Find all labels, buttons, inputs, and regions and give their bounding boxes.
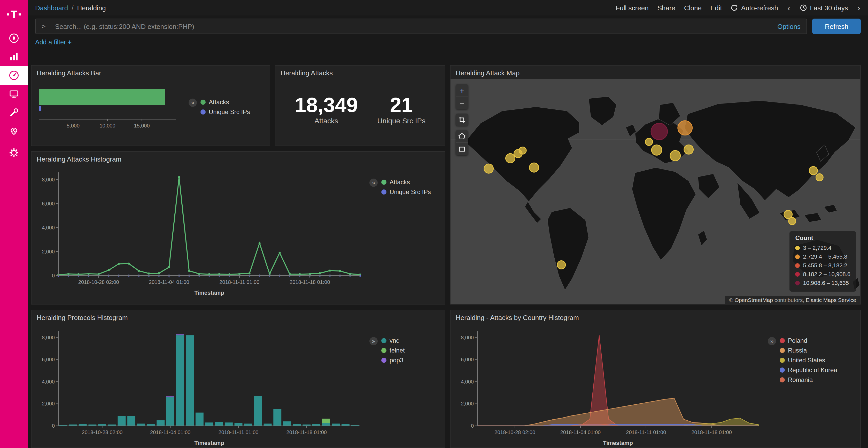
panel-title: Heralding Attacks: [275, 66, 445, 78]
panel-protocols-histogram: Heralding Protocols Histogram 02,0004,00…: [31, 310, 445, 448]
legend-item[interactable]: Attacks: [381, 179, 431, 186]
legend-item[interactable]: Unique Src IPs: [381, 188, 431, 196]
legend-item[interactable]: vnc: [381, 337, 405, 344]
map-legend-item[interactable]: 10,908.6 – 13,635: [796, 279, 851, 287]
attack-marker[interactable]: [645, 138, 653, 145]
legend-toggle-icon[interactable]: [369, 337, 378, 345]
elastic-maps-service-link[interactable]: Elastic Maps Service: [806, 297, 856, 303]
map-legend-item[interactable]: 8,182.2 – 10,908.6: [796, 270, 851, 279]
country-histogram-chart[interactable]: 02,0004,0006,0008,0002018-10-28 02:00201…: [454, 326, 764, 447]
options-link[interactable]: Options: [777, 23, 801, 30]
attack-marker[interactable]: [670, 150, 680, 161]
map-legend-title: Count: [796, 234, 851, 242]
svg-text:0: 0: [52, 273, 55, 278]
attack-marker[interactable]: [816, 174, 823, 181]
legend-item[interactable]: Romania: [780, 376, 837, 383]
legend-item[interactable]: Attacks: [200, 99, 250, 106]
attack-marker[interactable]: [505, 153, 515, 163]
map-legend-item[interactable]: 2,729.4 – 5,455.8: [796, 252, 851, 261]
attack-marker[interactable]: [557, 261, 565, 269]
legend-toggle-icon[interactable]: [768, 337, 776, 345]
breadcrumb-separator: /: [71, 4, 73, 12]
edit-button[interactable]: Edit: [710, 4, 722, 12]
attack-marker[interactable]: [651, 123, 668, 140]
sidebar-item-management[interactable]: [0, 143, 28, 162]
zoom-in-button[interactable]: +: [456, 84, 468, 97]
attack-marker[interactable]: [529, 163, 538, 172]
panel-attacks-metric: Heralding Attacks 18,349 Attacks 21 Uniq…: [275, 65, 445, 146]
map-legend-item[interactable]: 5,455.8 – 8,182.2: [796, 261, 851, 270]
panel-title: Heralding Attacks Bar: [32, 66, 270, 78]
clone-button[interactable]: Clone: [684, 4, 702, 12]
add-filter-link[interactable]: Add a filter +: [35, 39, 71, 46]
svg-text:2018-11-11 01:00: 2018-11-11 01:00: [219, 279, 259, 285]
sidebar-item-visualize[interactable]: [0, 47, 28, 66]
breadcrumb-dashboard-link[interactable]: Dashboard: [35, 4, 68, 12]
legend-item[interactable]: pop3: [381, 357, 405, 364]
legend-toggle-icon[interactable]: [189, 99, 197, 107]
telekom-logo[interactable]: T: [0, 0, 28, 29]
protocols-histogram-chart[interactable]: 02,0004,0006,0008,0002018-10-28 02:00201…: [35, 326, 365, 447]
gear-icon: [8, 147, 20, 159]
sidebar-item-discover[interactable]: [0, 29, 28, 47]
legend-item[interactable]: telnet: [381, 347, 405, 354]
sidebar-item-dev-tools[interactable]: [0, 103, 28, 122]
legend-item[interactable]: Russia: [780, 347, 837, 354]
time-forward-button[interactable]: ›: [857, 3, 861, 12]
metric-value: 21: [377, 94, 426, 115]
legend-toggle-icon[interactable]: [369, 179, 378, 187]
logo-dot: [7, 13, 9, 15]
legend-item[interactable]: Poland: [780, 337, 837, 344]
legend-color-dot: [381, 338, 386, 343]
sidebar: T: [0, 0, 28, 448]
legend-color-dot: [200, 109, 206, 114]
protocols-histogram-legend: vnctelnetpop3: [365, 323, 408, 447]
panel-title: Heralding Attack Map: [451, 66, 860, 78]
search-input[interactable]: [54, 22, 773, 31]
legend-item[interactable]: Unique Src IPs: [200, 108, 250, 115]
attack-marker[interactable]: [484, 164, 493, 173]
time-range-button[interactable]: Last 30 days: [800, 4, 848, 12]
share-button[interactable]: Share: [657, 4, 675, 12]
attack-marker[interactable]: [652, 145, 662, 155]
legend-item[interactable]: United States: [780, 357, 837, 364]
refresh-button[interactable]: Refresh: [812, 19, 861, 34]
legend-item[interactable]: Republic of Korea: [780, 367, 837, 374]
svg-text:2018-11-04 01:00: 2018-11-04 01:00: [149, 279, 189, 285]
attack-marker[interactable]: [789, 217, 796, 225]
legend-color-dot: [381, 180, 386, 185]
full-screen-button[interactable]: Full screen: [616, 4, 648, 12]
map-legend-item[interactable]: 3 – 2,729.4: [796, 244, 851, 252]
attack-marker[interactable]: [684, 145, 693, 154]
svg-text:6,000: 6,000: [42, 357, 55, 362]
fit-bounds-button[interactable]: [456, 113, 468, 126]
attacks-histogram-chart[interactable]: 02,0004,0006,0008,0002018-10-28 02:00201…: [35, 167, 365, 297]
legend-color-dot: [381, 189, 386, 195]
legend-label: Attacks: [390, 179, 410, 186]
attacks-bar-chart[interactable]: 5,00010,00015,000: [35, 84, 184, 136]
attack-marker[interactable]: [678, 121, 692, 135]
svg-text:Timestamp: Timestamp: [194, 289, 224, 296]
sidebar-item-timelion[interactable]: [0, 84, 28, 103]
attack-marker[interactable]: [519, 147, 526, 154]
panel-attack-map: Heralding Attack Map: [450, 65, 861, 305]
openstreetmap-link[interactable]: OpenStreetMap: [735, 297, 773, 303]
svg-text:2,000: 2,000: [42, 401, 55, 407]
panel-title: Heralding Attacks Histogram: [32, 152, 445, 165]
sidebar-item-dashboard[interactable]: [0, 66, 28, 84]
svg-text:8,000: 8,000: [42, 177, 55, 182]
svg-text:2018-10-28 02:00: 2018-10-28 02:00: [78, 279, 119, 285]
sidebar-item-monitoring[interactable]: [0, 122, 28, 140]
legend-label: Russia: [788, 347, 807, 354]
legend-label: Unique Src IPs: [390, 188, 431, 196]
attack-marker[interactable]: [809, 167, 817, 175]
auto-refresh-button[interactable]: Auto-refresh: [731, 4, 778, 12]
attack-map[interactable]: + −: [451, 79, 860, 304]
draw-rectangle-button[interactable]: [456, 143, 468, 156]
zoom-out-button[interactable]: −: [456, 97, 468, 109]
draw-polygon-button[interactable]: [456, 130, 468, 143]
svg-text:2,000: 2,000: [42, 249, 55, 254]
attack-marker[interactable]: [784, 210, 792, 218]
time-back-button[interactable]: ‹: [787, 3, 791, 12]
terminal-prompt-icon: >_: [42, 23, 49, 30]
